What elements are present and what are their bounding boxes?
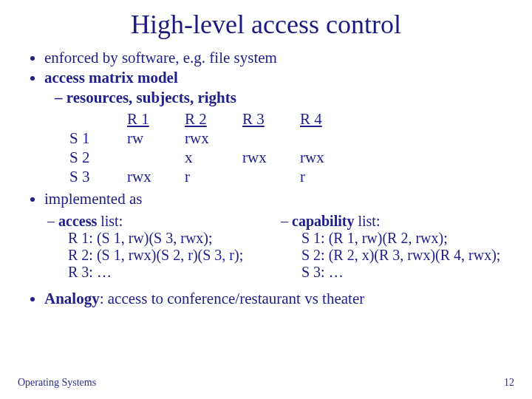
matrix-header-row: R 1 R 2 R 3 R 4 xyxy=(69,110,358,129)
bullet-analogy-rest: : access to conference/restaurant vs the… xyxy=(100,290,365,307)
matrix-cell xyxy=(127,149,185,168)
access-matrix: R 1 R 2 R 3 R 4 S 1 rw rwx S 2 x rwx rwx… xyxy=(69,110,514,187)
matrix-header-r1: R 1 xyxy=(127,110,185,129)
matrix-header-r3: R 3 xyxy=(242,110,300,129)
capability-list-strong: capability xyxy=(292,213,354,229)
matrix-cell xyxy=(242,129,300,149)
slide: High-level access control enforced by so… xyxy=(0,0,532,308)
bullet-implemented: implemented as xyxy=(44,190,514,208)
sub-list-matrix: resources, subjects, rights xyxy=(55,89,514,107)
matrix-cell xyxy=(242,168,300,187)
capability-list-line: S 3: … xyxy=(301,264,514,281)
capability-list-line: S 2: (R 2, x)(R 3, rwx)(R 4, rwx); xyxy=(301,247,514,264)
bullet-list: enforced by software, e.g. file system a… xyxy=(31,49,514,107)
matrix-row-label: S 1 xyxy=(69,129,127,149)
matrix-cell: rw xyxy=(127,129,185,149)
matrix-cell: rwx xyxy=(185,129,242,149)
capability-list-rest: list: xyxy=(354,213,380,229)
matrix-cell: x xyxy=(185,149,242,168)
bullet-enforced: enforced by software, e.g. file system xyxy=(44,49,514,67)
bullet-analogy-strong: Analogy xyxy=(44,290,100,307)
matrix-cell: rwx xyxy=(242,149,300,168)
matrix-row-s1: S 1 rw rwx xyxy=(69,129,358,149)
bullet-analogy: Analogy: access to conference/restaurant… xyxy=(44,290,514,308)
access-list-col: access list: R 1: (S 1, rw)(S 3, rwx); R… xyxy=(47,213,281,281)
matrix-row-s3: S 3 rwx r r xyxy=(69,168,358,187)
matrix-cell: rwx xyxy=(127,168,185,187)
matrix-cell xyxy=(300,129,358,149)
matrix-row-label: S 2 xyxy=(69,149,127,168)
footer-page-number: 12 xyxy=(504,377,514,389)
matrix-cell: rwx xyxy=(300,149,358,168)
matrix-row-label: S 3 xyxy=(69,168,127,187)
bullet-list-2: implemented as xyxy=(31,190,514,208)
bullet-list-3: Analogy: access to conference/restaurant… xyxy=(31,290,514,308)
bullet-matrix-model: access matrix model resources, subjects,… xyxy=(44,69,514,107)
sub-bullet-resources: resources, subjects, rights xyxy=(55,89,514,107)
access-list-line: R 3: … xyxy=(68,264,281,281)
access-list-strong: access xyxy=(58,213,97,229)
matrix-header-r4: R 4 xyxy=(300,110,358,129)
access-list-line: R 2: (S 1, rwx)(S 2, r)(S 3, r); xyxy=(68,247,281,264)
slide-title: High-level access control xyxy=(18,9,514,40)
matrix-cell: r xyxy=(300,168,358,187)
implementation-lists: access list: R 1: (S 1, rw)(S 3, rwx); R… xyxy=(47,213,514,281)
access-list-heading: access list: xyxy=(47,213,281,230)
access-list-rest: list: xyxy=(97,213,123,229)
capability-list-heading: capability list: xyxy=(281,213,514,230)
capability-list-line: S 1: (R 1, rw)(R 2, rwx); xyxy=(301,230,514,247)
matrix-cell: r xyxy=(185,168,242,187)
matrix-header-r2: R 2 xyxy=(185,110,242,129)
footer-left: Operating Systems xyxy=(18,377,96,389)
capability-list-col: capability list: S 1: (R 1, rw)(R 2, rwx… xyxy=(281,213,514,281)
bullet-matrix-model-text: access matrix model xyxy=(44,69,178,86)
matrix-row-s2: S 2 x rwx rwx xyxy=(69,149,358,168)
access-list-line: R 1: (S 1, rw)(S 3, rwx); xyxy=(68,230,281,247)
